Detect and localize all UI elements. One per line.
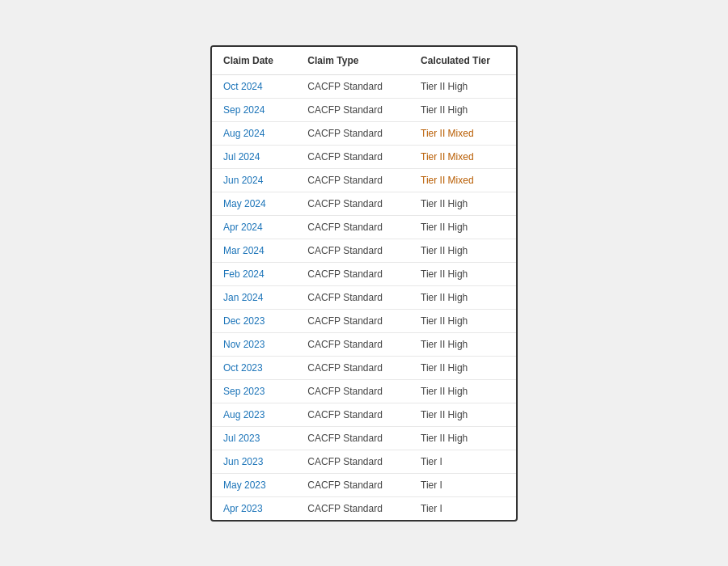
table-row: Jun 2024CACFP StandardTier II Mixed bbox=[212, 168, 516, 192]
calculated-tier-cell: Tier I bbox=[409, 496, 516, 520]
table-row: Aug 2024CACFP StandardTier II Mixed bbox=[212, 121, 516, 145]
calculated-tier-cell: Tier II High bbox=[409, 426, 516, 450]
calculated-tier-cell: Tier II Mixed bbox=[409, 168, 516, 192]
table-row: May 2023CACFP StandardTier I bbox=[212, 473, 516, 496]
table-row: Dec 2023CACFP StandardTier II High bbox=[212, 309, 516, 332]
calculated-tier-cell: Tier II High bbox=[409, 309, 516, 332]
claim-date-link[interactable]: Apr 2023 bbox=[223, 503, 263, 514]
claim-date-link[interactable]: May 2024 bbox=[223, 198, 266, 209]
calculated-tier-cell: Tier I bbox=[409, 473, 516, 496]
claim-date-cell[interactable]: Aug 2023 bbox=[212, 403, 296, 426]
claim-date-cell[interactable]: Jun 2023 bbox=[212, 450, 296, 473]
claim-date-cell[interactable]: Feb 2024 bbox=[212, 262, 296, 285]
claim-date-link[interactable]: Apr 2024 bbox=[223, 222, 263, 233]
claim-date-cell[interactable]: May 2024 bbox=[212, 192, 296, 215]
claim-date-cell[interactable]: Oct 2024 bbox=[212, 74, 296, 98]
claim-type-cell: CACFP Standard bbox=[296, 403, 409, 426]
claim-type-cell: CACFP Standard bbox=[296, 239, 409, 262]
claim-date-link[interactable]: Oct 2024 bbox=[223, 81, 263, 92]
calculated-tier-cell: Tier II High bbox=[409, 98, 516, 121]
claim-date-cell[interactable]: Oct 2023 bbox=[212, 356, 296, 379]
claim-date-link[interactable]: Nov 2023 bbox=[223, 339, 265, 350]
calculated-tier-cell: Tier II High bbox=[409, 192, 516, 215]
table-row: Jul 2024CACFP StandardTier II Mixed bbox=[212, 145, 516, 168]
table-row: Mar 2024CACFP StandardTier II High bbox=[212, 239, 516, 262]
claim-type-cell: CACFP Standard bbox=[296, 473, 409, 496]
claim-date-link[interactable]: Dec 2023 bbox=[223, 315, 265, 327]
claim-type-cell: CACFP Standard bbox=[296, 262, 409, 285]
claim-type-cell: CACFP Standard bbox=[296, 168, 409, 192]
table-row: Jul 2023CACFP StandardTier II High bbox=[212, 426, 516, 450]
claim-date-cell[interactable]: May 2023 bbox=[212, 473, 296, 496]
claim-date-link[interactable]: Jul 2024 bbox=[223, 151, 260, 163]
claim-date-cell[interactable]: Jul 2023 bbox=[212, 426, 296, 450]
table-row: Sep 2024CACFP StandardTier II High bbox=[212, 98, 516, 121]
calculated-tier-cell: Tier II Mixed bbox=[409, 121, 516, 145]
claim-date-link[interactable]: Sep 2023 bbox=[223, 386, 265, 397]
table-row: Apr 2024CACFP StandardTier II High bbox=[212, 215, 516, 239]
claim-type-cell: CACFP Standard bbox=[296, 379, 409, 403]
table-row: Aug 2023CACFP StandardTier II High bbox=[212, 403, 516, 426]
claim-type-cell: CACFP Standard bbox=[296, 145, 409, 168]
table-row: May 2024CACFP StandardTier II High bbox=[212, 192, 516, 215]
claim-date-link[interactable]: Sep 2024 bbox=[223, 104, 265, 116]
calculated-tier-cell: Tier II High bbox=[409, 332, 516, 356]
table-header-row: Claim Date Claim Type Calculated Tier bbox=[212, 47, 516, 75]
claim-type-cell: CACFP Standard bbox=[296, 215, 409, 239]
calculated-tier-cell: Tier II High bbox=[409, 285, 516, 309]
table-row: Nov 2023CACFP StandardTier II High bbox=[212, 332, 516, 356]
table-row: Jun 2023CACFP StandardTier I bbox=[212, 450, 516, 473]
claim-type-cell: CACFP Standard bbox=[296, 426, 409, 450]
column-header-calculated-tier: Calculated Tier bbox=[409, 47, 516, 75]
claim-date-cell[interactable]: Dec 2023 bbox=[212, 309, 296, 332]
claim-type-cell: CACFP Standard bbox=[296, 74, 409, 98]
claim-date-cell[interactable]: Sep 2024 bbox=[212, 98, 296, 121]
calculated-tier-cell: Tier II High bbox=[409, 379, 516, 403]
claim-type-cell: CACFP Standard bbox=[296, 121, 409, 145]
claim-type-cell: CACFP Standard bbox=[296, 450, 409, 473]
claim-date-link[interactable]: Jan 2024 bbox=[223, 292, 263, 303]
claim-date-link[interactable]: May 2023 bbox=[223, 479, 266, 491]
table-row: Jan 2024CACFP StandardTier II High bbox=[212, 285, 516, 309]
claim-date-link[interactable]: Feb 2024 bbox=[223, 268, 265, 280]
claim-date-link[interactable]: Jun 2023 bbox=[223, 456, 263, 467]
claim-type-cell: CACFP Standard bbox=[296, 496, 409, 520]
calculated-tier-cell: Tier II High bbox=[409, 403, 516, 426]
claim-date-cell[interactable]: Apr 2024 bbox=[212, 215, 296, 239]
claim-date-link[interactable]: Mar 2024 bbox=[223, 245, 265, 256]
calculated-tier-cell: Tier I bbox=[409, 450, 516, 473]
claim-type-cell: CACFP Standard bbox=[296, 98, 409, 121]
claim-type-cell: CACFP Standard bbox=[296, 309, 409, 332]
claim-date-link[interactable]: Jul 2023 bbox=[223, 433, 260, 444]
calculated-tier-cell: Tier II High bbox=[409, 262, 516, 285]
claims-table-container: Claim Date Claim Type Calculated Tier Oc… bbox=[210, 45, 518, 522]
calculated-tier-cell: Tier II High bbox=[409, 74, 516, 98]
claim-date-link[interactable]: Aug 2023 bbox=[223, 409, 265, 420]
claim-date-cell[interactable]: Sep 2023 bbox=[212, 379, 296, 403]
calculated-tier-cell: Tier II High bbox=[409, 215, 516, 239]
claim-type-cell: CACFP Standard bbox=[296, 192, 409, 215]
calculated-tier-cell: Tier II High bbox=[409, 239, 516, 262]
claim-date-cell[interactable]: Aug 2024 bbox=[212, 121, 296, 145]
table-row: Apr 2023CACFP StandardTier I bbox=[212, 496, 516, 520]
claim-date-cell[interactable]: Apr 2023 bbox=[212, 496, 296, 520]
claim-date-link[interactable]: Jun 2024 bbox=[223, 175, 263, 186]
table-row: Feb 2024CACFP StandardTier II High bbox=[212, 262, 516, 285]
claim-date-link[interactable]: Oct 2023 bbox=[223, 362, 263, 374]
table-row: Oct 2023CACFP StandardTier II High bbox=[212, 356, 516, 379]
claim-date-cell[interactable]: Jul 2024 bbox=[212, 145, 296, 168]
table-row: Sep 2023CACFP StandardTier II High bbox=[212, 379, 516, 403]
calculated-tier-cell: Tier II Mixed bbox=[409, 145, 516, 168]
table-row: Oct 2024CACFP StandardTier II High bbox=[212, 74, 516, 98]
column-header-claim-type: Claim Type bbox=[296, 47, 409, 75]
claim-type-cell: CACFP Standard bbox=[296, 285, 409, 309]
calculated-tier-cell: Tier II High bbox=[409, 356, 516, 379]
claim-date-cell[interactable]: Mar 2024 bbox=[212, 239, 296, 262]
claims-table: Claim Date Claim Type Calculated Tier Oc… bbox=[212, 47, 516, 520]
claim-date-cell[interactable]: Jun 2024 bbox=[212, 168, 296, 192]
claim-date-link[interactable]: Aug 2024 bbox=[223, 128, 265, 139]
claim-date-cell[interactable]: Nov 2023 bbox=[212, 332, 296, 356]
claim-type-cell: CACFP Standard bbox=[296, 356, 409, 379]
column-header-claim-date: Claim Date bbox=[212, 47, 296, 75]
claim-date-cell[interactable]: Jan 2024 bbox=[212, 285, 296, 309]
